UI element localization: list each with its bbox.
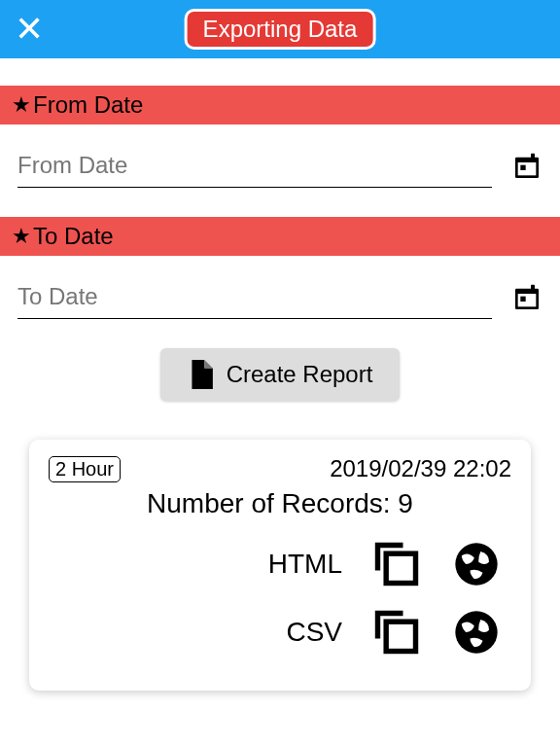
copy-icon[interactable] bbox=[371, 607, 422, 658]
globe-icon[interactable] bbox=[451, 607, 502, 658]
svg-rect-7 bbox=[520, 296, 525, 301]
svg-point-9 bbox=[455, 543, 497, 585]
create-report-label: Create Report bbox=[227, 361, 373, 388]
html-format-label: HTML bbox=[49, 549, 342, 580]
globe-icon[interactable] bbox=[451, 539, 502, 589]
app-header: ✕ Exporting Data bbox=[0, 0, 560, 58]
to-date-header: ★ To Date bbox=[0, 217, 560, 256]
duration-badge: 2 Hour bbox=[49, 456, 121, 482]
calendar-icon[interactable] bbox=[511, 151, 542, 182]
csv-format-row: CSV bbox=[49, 607, 511, 658]
timestamp: 2019/02/39 22:02 bbox=[330, 455, 511, 482]
svg-rect-10 bbox=[386, 622, 415, 651]
page-title: Exporting Data bbox=[185, 9, 376, 50]
from-date-header: ★ From Date bbox=[0, 86, 560, 124]
to-date-field-row bbox=[0, 275, 560, 319]
from-date-field-row bbox=[0, 144, 560, 188]
svg-rect-6 bbox=[531, 284, 535, 291]
star-icon: ★ bbox=[12, 92, 31, 118]
to-date-header-label: To Date bbox=[33, 223, 114, 250]
csv-format-label: CSV bbox=[49, 617, 342, 648]
create-report-wrap: Create Report bbox=[0, 348, 560, 401]
create-report-button[interactable]: Create Report bbox=[160, 348, 401, 401]
html-format-row: HTML bbox=[49, 539, 511, 589]
star-icon: ★ bbox=[12, 224, 31, 249]
to-date-input[interactable] bbox=[18, 275, 492, 319]
svg-rect-8 bbox=[386, 553, 415, 583]
calendar-icon[interactable] bbox=[511, 282, 542, 313]
close-icon[interactable]: ✕ bbox=[15, 12, 44, 47]
svg-rect-3 bbox=[520, 164, 525, 169]
from-date-input[interactable] bbox=[18, 144, 492, 188]
card-header: 2 Hour 2019/02/39 22:02 bbox=[49, 455, 511, 482]
record-count: Number of Records: 9 bbox=[49, 488, 511, 519]
file-icon bbox=[188, 360, 213, 389]
svg-rect-2 bbox=[531, 153, 535, 160]
report-card: 2 Hour 2019/02/39 22:02 Number of Record… bbox=[29, 440, 531, 691]
copy-icon[interactable] bbox=[371, 539, 422, 589]
from-date-header-label: From Date bbox=[33, 91, 143, 119]
main-content: ★ From Date ★ To Date Create Repo bbox=[0, 58, 560, 691]
svg-point-11 bbox=[455, 611, 497, 653]
